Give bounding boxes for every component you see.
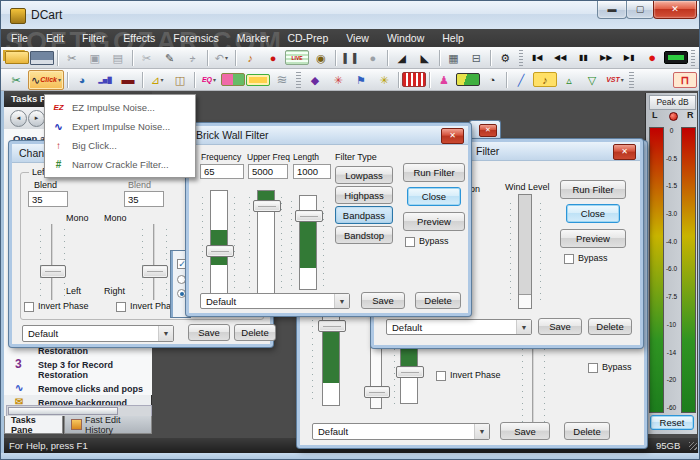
maximize-button[interactable]: ▢ xyxy=(626,1,654,19)
expander-ramp-icon[interactable]: ⊿▾ xyxy=(146,71,168,89)
bypass-checkbox[interactable] xyxy=(588,363,598,373)
slider-thumb[interactable] xyxy=(253,200,281,212)
fade-in-icon[interactable]: ◢ xyxy=(391,49,413,67)
preset-combo[interactable]: Default▼ xyxy=(386,319,532,335)
slider-thumb[interactable] xyxy=(318,320,346,332)
menu-effects[interactable]: Effects xyxy=(123,32,155,44)
forensics-globe-icon[interactable]: ◉ xyxy=(310,49,332,67)
pause-button[interactable]: ▮▮ xyxy=(572,49,594,67)
menu-help[interactable]: Help xyxy=(442,32,464,44)
invert-phase-checkbox[interactable] xyxy=(116,302,126,312)
mute-icon[interactable]: ♪ xyxy=(182,49,204,67)
marker-bars-icon[interactable]: ▌▐ xyxy=(339,49,361,67)
gem-effect-icon[interactable]: ◆ xyxy=(304,71,326,89)
tab-fast-edit-history[interactable]: Fast Edit History xyxy=(64,416,152,434)
menu-cdprep[interactable]: CD-Prep xyxy=(287,32,328,44)
lowpass-button[interactable]: Lowpass xyxy=(335,166,393,184)
resize-grip[interactable] xyxy=(689,442,697,450)
track-split-icon[interactable]: ⊟ xyxy=(465,49,487,67)
eq-filter-icon[interactable]: EQ▾ xyxy=(198,71,220,89)
slider-thumb[interactable] xyxy=(206,245,234,257)
delete-button[interactable]: Delete xyxy=(415,292,461,309)
midi-note-icon[interactable]: ♪ xyxy=(533,72,557,87)
menu-item-big-click[interactable]: ↑Big Click... xyxy=(45,136,195,155)
go-start-button[interactable]: ▮◀ xyxy=(526,49,548,67)
speed-dial-icon[interactable]: ◔ xyxy=(481,71,503,89)
bandpass-button[interactable]: Bandpass xyxy=(335,206,393,224)
menu-view[interactable]: View xyxy=(346,32,369,44)
menu-item-expert-impulse-noise[interactable]: ∿Expert Impulse Noise... xyxy=(45,117,195,136)
media-window-icon[interactable] xyxy=(246,74,270,86)
paintbrush-icon[interactable]: ╱ xyxy=(510,71,532,89)
slider-thumb[interactable] xyxy=(40,265,66,278)
option-radio[interactable] xyxy=(177,275,186,284)
blend-slider-right[interactable] xyxy=(153,224,155,300)
nav-back-button[interactable]: ◂ xyxy=(10,110,27,127)
expander-up-icon[interactable]: ▵ xyxy=(558,71,580,89)
highpass-button[interactable]: Highpass xyxy=(335,186,393,204)
close-icon[interactable]: ✕ xyxy=(441,128,464,144)
sparkle-effect-icon[interactable]: ✳ xyxy=(327,71,349,89)
gate-stripes-icon[interactable] xyxy=(402,72,426,87)
delete-button[interactable]: Delete xyxy=(564,422,610,440)
slider-thumb[interactable] xyxy=(364,386,390,398)
run-filter-button[interactable]: Run Filter xyxy=(403,163,465,182)
tab-tasks-pane[interactable]: Tasks Pane xyxy=(4,416,63,434)
wind-noise-icon[interactable]: ≋ xyxy=(271,71,293,89)
close-filter-button[interactable]: Close xyxy=(407,187,461,206)
meter-reset-button[interactable]: Reset xyxy=(650,415,694,430)
menu-edit[interactable]: Edit xyxy=(46,32,64,44)
save-button[interactable]: Save xyxy=(361,292,405,309)
tape-deck-icon[interactable]: ▬ xyxy=(117,71,139,89)
task-item[interactable]: 3Step 3 for Record Restoration xyxy=(4,358,152,382)
slider-thumb[interactable] xyxy=(396,366,424,378)
save-button[interactable]: Save xyxy=(500,422,550,440)
close-button[interactable]: ✕ xyxy=(653,1,697,19)
preset-combo[interactable]: Default▼ xyxy=(200,293,350,309)
menu-item-narrow-crackle-filter[interactable]: #Narrow Crackle Filter... xyxy=(45,155,195,174)
presets-book-icon[interactable]: ◫ xyxy=(169,71,191,89)
save-button[interactable]: Save xyxy=(538,318,582,335)
bandstop-button[interactable]: Bandstop xyxy=(335,226,393,244)
record-marker-icon[interactable]: ● xyxy=(262,49,284,67)
rewind-button[interactable]: ◀◀ xyxy=(549,49,571,67)
record-button[interactable]: ● xyxy=(641,49,663,67)
invert-phase-checkbox[interactable] xyxy=(436,371,446,381)
voice-remover-icon[interactable]: ♟ xyxy=(433,71,455,89)
live-meter-icon[interactable]: LIVE xyxy=(285,50,309,65)
declick-scissors-icon[interactable]: ✂ xyxy=(5,71,27,89)
cut-icon[interactable]: ✂ xyxy=(61,49,83,67)
close-filter-button[interactable]: Close xyxy=(566,204,620,223)
mixer-grid-icon[interactable]: ▦ xyxy=(442,49,464,67)
pencil-edit-icon[interactable]: ✎ xyxy=(159,49,181,67)
go-end-button[interactable]: ▶▮ xyxy=(618,49,640,67)
task-item[interactable]: ∿Remove clicks and pops xyxy=(4,382,152,396)
undo-icon[interactable]: ↶▾ xyxy=(210,49,232,67)
nav-forward-button[interactable]: ▸ xyxy=(28,110,45,127)
blend-input-left[interactable] xyxy=(28,191,68,207)
graphic-eq-icon[interactable] xyxy=(221,73,245,86)
title-bar[interactable]: DCart ▬ ▢ ✕ xyxy=(1,1,700,30)
video-screen-icon[interactable] xyxy=(456,73,480,86)
invert-phase-checkbox[interactable] xyxy=(24,302,34,312)
compressor-down-icon[interactable]: ▽ xyxy=(581,71,603,89)
pinwheel-effect-icon[interactable]: ✳ xyxy=(373,71,395,89)
delete-button[interactable]: Delete xyxy=(588,318,632,335)
preview-button[interactable]: Preview xyxy=(560,229,626,248)
open-file-icon[interactable] xyxy=(5,51,29,64)
wind-level-slider[interactable] xyxy=(518,194,532,309)
flag-marker-icon[interactable]: ⚑ xyxy=(350,71,372,89)
spectrum-bars-icon[interactable]: ▂▅█ xyxy=(94,71,116,89)
stop-button[interactable] xyxy=(664,51,688,64)
frequency-input[interactable] xyxy=(200,164,244,179)
slider-thumb[interactable] xyxy=(295,210,323,222)
punch-filter-icon[interactable]: ⊓ xyxy=(673,72,697,88)
meter-gauge-icon[interactable]: ◕ xyxy=(71,71,93,89)
slider-thumb[interactable] xyxy=(142,265,168,278)
run-filter-button[interactable]: Run Filter xyxy=(560,180,626,199)
close-icon[interactable]: ✕ xyxy=(479,124,497,137)
menu-filter[interactable]: Filter xyxy=(82,32,105,44)
paste-icon[interactable]: ▤ xyxy=(107,49,129,67)
preset-combo[interactable]: Default▼ xyxy=(312,423,490,440)
settings-gear-icon[interactable]: ⚙ xyxy=(494,49,516,67)
